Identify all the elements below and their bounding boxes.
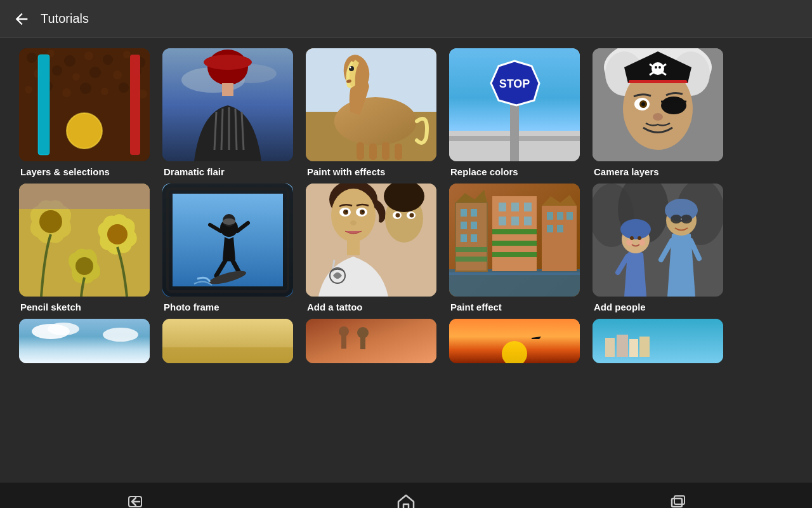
svg-point-105	[346, 211, 348, 213]
svg-rect-137	[524, 217, 532, 225]
svg-rect-186	[674, 496, 684, 504]
svg-point-76	[39, 210, 62, 233]
svg-rect-180	[605, 338, 615, 357]
svg-rect-128	[455, 247, 487, 252]
svg-point-30	[204, 55, 252, 70]
svg-rect-146	[557, 225, 563, 232]
svg-point-160	[671, 215, 682, 224]
svg-point-85	[75, 257, 93, 275]
thumbnail-add-tattoo	[306, 184, 436, 297]
svg-point-63	[655, 66, 657, 69]
tutorial-item-dramatic-flair[interactable]: Dramatic flair	[162, 48, 293, 177]
tutorial-item-add-tattoo[interactable]: Add a tattoo	[306, 184, 436, 312]
tutorial-label-paint-with-effects: Paint with effects	[306, 166, 386, 177]
tutorials-content: Layers & selections	[0, 38, 812, 483]
svg-rect-86	[19, 184, 150, 209]
tutorial-label-camera-layers: Camera layers	[593, 166, 660, 177]
tutorial-item-photo-frame[interactable]: Photo frame	[162, 184, 293, 312]
thumbnail-row3-5	[593, 319, 723, 363]
svg-point-39	[334, 97, 417, 145]
tutorial-item-add-people[interactable]: Add people	[593, 184, 723, 312]
svg-rect-46	[382, 142, 390, 160]
nav-home-button[interactable]	[387, 489, 425, 508]
svg-rect-134	[524, 203, 532, 211]
tutorial-row-2: Pencil sketch	[19, 184, 793, 312]
svg-point-154	[630, 236, 634, 240]
svg-rect-135	[499, 217, 506, 225]
svg-point-169	[103, 328, 138, 342]
svg-rect-51	[510, 99, 519, 161]
tutorial-label-replace-colors: Replace colors	[449, 166, 520, 177]
svg-rect-31	[222, 83, 233, 96]
tutorial-label-photo-frame: Photo frame	[162, 302, 221, 312]
svg-point-6	[123, 51, 131, 58]
tutorial-label-add-people: Add people	[593, 302, 647, 312]
svg-rect-142	[547, 212, 553, 220]
tutorial-item-row3-1[interactable]	[19, 319, 150, 368]
svg-rect-140	[492, 252, 537, 257]
svg-point-1	[27, 53, 37, 63]
tutorial-item-paint-effect[interactable]: Paint effect	[449, 184, 580, 312]
svg-rect-171	[162, 347, 293, 363]
thumbnail-paint-with-effects	[306, 48, 436, 161]
tutorial-item-row3-4[interactable]	[449, 319, 580, 368]
svg-rect-123	[471, 209, 477, 217]
tutorial-item-pencil-sketch[interactable]: Pencil sketch	[19, 184, 150, 312]
svg-rect-185	[672, 498, 682, 507]
tutorial-item-row3-3[interactable]	[306, 319, 436, 368]
tutorial-row-1: Layers & selections	[19, 48, 793, 177]
svg-point-16	[62, 88, 71, 97]
svg-point-12	[113, 70, 122, 79]
thumbnail-pencil-sketch	[19, 184, 150, 297]
svg-point-18	[101, 88, 108, 95]
svg-point-153	[620, 219, 651, 239]
thumbnail-add-people	[593, 184, 723, 297]
thumbnail-paint-effect	[449, 184, 580, 297]
tutorial-label-layers-selections: Layers & selections	[19, 166, 111, 177]
svg-rect-144	[566, 212, 573, 220]
tutorial-label-add-tattoo: Add a tattoo	[306, 302, 364, 312]
svg-point-19	[119, 83, 129, 93]
svg-line-35	[235, 109, 237, 150]
svg-point-69	[641, 102, 645, 106]
svg-point-17	[80, 83, 91, 94]
svg-point-108	[362, 211, 364, 213]
svg-point-3	[64, 55, 75, 67]
tutorial-item-row3-5[interactable]	[593, 319, 723, 368]
svg-rect-172	[306, 319, 436, 363]
svg-rect-122	[461, 209, 467, 217]
svg-rect-139	[492, 241, 537, 246]
svg-rect-125	[471, 222, 477, 229]
page-title: Tutorials	[41, 11, 89, 26]
svg-line-33	[221, 109, 223, 150]
thumbnail-row3-2	[162, 319, 293, 363]
tutorial-item-row3-2[interactable]	[162, 319, 293, 368]
svg-rect-23	[130, 55, 140, 155]
back-button[interactable]	[10, 8, 33, 30]
svg-rect-166	[19, 319, 150, 363]
svg-point-155	[638, 236, 641, 240]
svg-point-64	[658, 66, 661, 69]
svg-rect-124	[461, 222, 467, 229]
tutorial-item-camera-layers[interactable]: Camera layers	[593, 48, 723, 177]
thumbnail-layers-selections	[19, 48, 150, 161]
thumbnail-replace-colors: STOP	[449, 48, 580, 161]
svg-rect-44	[357, 142, 364, 160]
nav-bar	[0, 483, 812, 508]
thumbnail-camera-layers	[593, 48, 723, 161]
svg-rect-143	[557, 212, 563, 220]
svg-point-10	[72, 73, 80, 81]
svg-rect-132	[499, 203, 506, 211]
nav-recents-button[interactable]	[658, 489, 696, 508]
tutorial-item-replace-colors[interactable]: STOP Replace colors	[449, 48, 580, 177]
svg-rect-21	[38, 55, 49, 155]
svg-rect-47	[395, 144, 402, 160]
tutorial-item-layers-selections[interactable]: Layers & selections	[19, 48, 150, 177]
svg-rect-101	[347, 239, 360, 255]
svg-point-156	[626, 239, 632, 246]
thumbnail-dramatic-flair	[162, 48, 293, 161]
svg-point-114	[396, 213, 400, 218]
nav-back-button[interactable]	[116, 489, 154, 508]
svg-point-173	[339, 326, 349, 337]
tutorial-item-paint-with-effects[interactable]: Paint with effects	[306, 48, 436, 177]
